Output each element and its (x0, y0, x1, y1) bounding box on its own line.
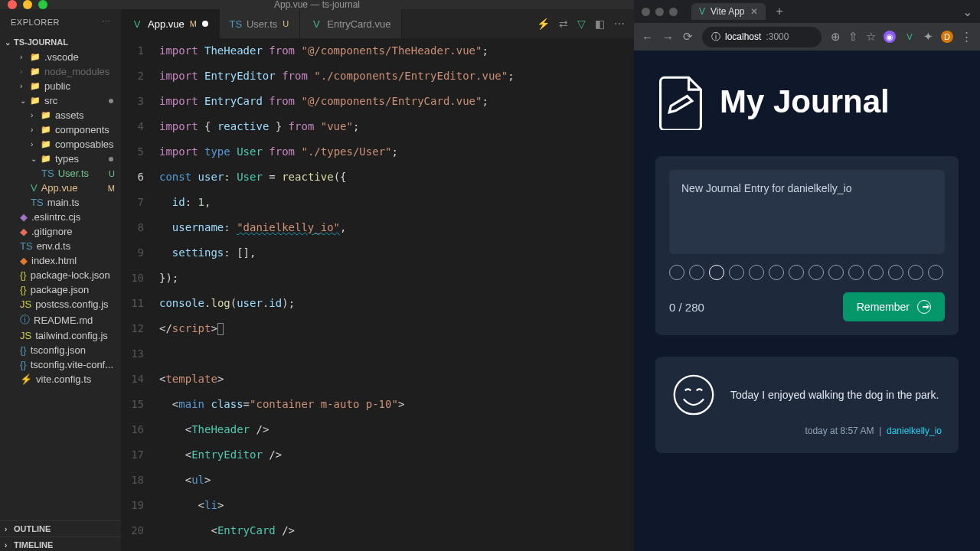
remember-button[interactable]: Remember (843, 292, 945, 321)
file-gitignore[interactable]: ◆.gitignore (0, 224, 121, 239)
emoji-option[interactable] (928, 265, 943, 280)
emoji-option[interactable] (789, 265, 804, 280)
file-tsconfig-vite[interactable]: {}tsconfig.vite-conf... (0, 357, 121, 372)
file-tree: ›📁.vscode ›📁node_modules ›📁public ⌄📁src … (0, 50, 121, 520)
browser-minimize-button[interactable] (655, 8, 664, 16)
file-postcss[interactable]: JSpostcss.config.js (0, 297, 121, 311)
file-tsconfig[interactable]: {}tsconfig.json (0, 343, 121, 357)
emoji-option[interactable] (729, 265, 744, 280)
editor-area: V App.vue M TS User.ts U V EntryCard.vue… (121, 9, 634, 551)
explorer-more-icon[interactable]: ⋯ (102, 17, 111, 27)
file-vite-config[interactable]: ⚡vite.config.ts (0, 372, 121, 386)
minimize-window-button[interactable] (23, 0, 32, 9)
timeline-section[interactable]: ›TIMELINE (0, 536, 121, 551)
browser-titlebar: V Vite App ✕ + ⌄ (634, 0, 980, 23)
file-app-vue[interactable]: VApp.vueM (0, 181, 121, 195)
browser-close-button[interactable] (642, 8, 650, 16)
browser-window: V Vite App ✕ + ⌄ ← → ⟳ ⓘ localhost:3000 … (634, 0, 980, 551)
tab-entrycard-vue[interactable]: V EntryCard.vue (300, 9, 402, 38)
folder-components[interactable]: ›📁components (0, 122, 121, 137)
bookmark-icon[interactable]: ☆ (866, 30, 876, 44)
browser-tab[interactable]: V Vite App ✕ (691, 3, 766, 20)
folder-assets[interactable]: ›📁assets (0, 108, 121, 122)
file-index-html[interactable]: ◆index.html (0, 253, 121, 268)
project-header[interactable]: ⌄ TS-JOURNAL (0, 34, 121, 50)
emoji-option[interactable] (908, 265, 923, 280)
file-package-lock[interactable]: {}package-lock.json (0, 268, 121, 282)
code-editor[interactable]: 123456789101112131415161718192021 import… (121, 38, 634, 551)
more-actions-icon[interactable]: ⋯ (614, 18, 625, 30)
file-eslintrc[interactable]: ◆.eslintrc.cjs (0, 210, 121, 224)
folder-src[interactable]: ⌄📁src (0, 93, 121, 108)
file-readme[interactable]: ⓘREADME.md (0, 311, 121, 328)
file-tailwind[interactable]: JStailwind.config.js (0, 328, 121, 343)
entry-user-link[interactable]: danielkelly_io (887, 425, 942, 436)
window-title: App.vue — ts-journal (274, 0, 360, 10)
explorer-label: EXPLORER (11, 18, 60, 27)
folder-public[interactable]: ›📁public (0, 79, 121, 93)
emoji-picker (669, 265, 945, 280)
char-count: 0 / 280 (669, 301, 704, 314)
new-tab-button[interactable]: + (776, 5, 783, 18)
profile-icon[interactable]: D (941, 31, 953, 43)
tabs-overflow-icon[interactable]: ⌄ (962, 5, 972, 19)
forward-button[interactable]: → (662, 31, 674, 44)
modified-dot-icon (109, 157, 113, 161)
extension-1-icon[interactable]: ◉ (884, 31, 896, 43)
emoji-option[interactable] (749, 265, 764, 280)
browser-toolbar: ← → ⟳ ⓘ localhost:3000 ⊕ ⇧ ☆ ◉ V ✦ D ⋮ (634, 23, 980, 51)
share-icon[interactable]: ⇧ (848, 30, 858, 44)
folder-composables[interactable]: ›📁composables (0, 137, 121, 152)
file-user-ts[interactable]: TSUser.tsU (0, 166, 121, 181)
split-editor-icon[interactable]: ◧ (595, 18, 605, 30)
entry-text: Today I enjoyed walking the dog in the p… (730, 389, 939, 401)
vue-devtools-ext-icon[interactable]: V (903, 31, 916, 43)
emoji-option[interactable] (669, 265, 684, 280)
vscode-titlebar: App.vue — ts-journal (0, 0, 634, 9)
emoji-option[interactable] (808, 265, 824, 280)
editor-actions: ⚡ ⇄ ▽ ◧ ⋯ (537, 9, 634, 38)
file-package-json[interactable]: {}package.json (0, 282, 121, 297)
maximize-window-button[interactable] (38, 0, 47, 9)
emoji-option[interactable] (828, 265, 844, 280)
journal-logo-icon (655, 73, 706, 130)
tab-user-ts[interactable]: TS User.ts U (220, 9, 300, 38)
entry-meta: today at 8:57 AM | danielkelly_io (672, 425, 942, 436)
vite-favicon-icon: V (699, 6, 705, 17)
file-env-d-ts[interactable]: TSenv.d.ts (0, 239, 121, 253)
emoji-option[interactable] (709, 265, 724, 280)
browser-menu-icon[interactable]: ⋮ (961, 30, 972, 44)
browser-maximize-button[interactable] (669, 8, 678, 16)
extension-icons: ⊕ ⇧ ☆ ◉ V ✦ D ⋮ (831, 30, 972, 44)
file-main-ts[interactable]: TSmain.ts (0, 195, 121, 210)
vite-icon[interactable]: ⚡ (537, 18, 550, 30)
entry-textarea[interactable]: New Journal Entry for danielkelly_io (669, 170, 945, 254)
folder-types[interactable]: ⌄📁types (0, 152, 121, 166)
entry-card: Today I enjoyed walking the dog in the p… (655, 357, 959, 453)
explorer-header: EXPLORER ⋯ (0, 9, 121, 34)
happy-emoji-icon (672, 373, 715, 416)
zoom-icon[interactable]: ⊕ (831, 30, 841, 44)
emoji-option[interactable] (848, 265, 864, 280)
close-window-button[interactable] (8, 0, 17, 9)
tab-app-vue[interactable]: V App.vue M (121, 9, 220, 38)
vue-icon: V (132, 18, 142, 29)
url-bar[interactable]: ⓘ localhost:3000 (702, 27, 822, 47)
emoji-option[interactable] (689, 265, 704, 280)
compare-icon[interactable]: ⇄ (559, 18, 568, 30)
emoji-option[interactable] (868, 265, 884, 280)
back-button[interactable]: ← (642, 31, 653, 44)
site-info-icon[interactable]: ⓘ (711, 31, 720, 44)
folder-vscode[interactable]: ›📁.vscode (0, 50, 121, 64)
tab-close-icon[interactable]: ✕ (750, 6, 758, 17)
code-content[interactable]: import TheHeader from "@/components/TheH… (159, 38, 634, 551)
extensions-icon[interactable]: ✦ (923, 30, 933, 44)
emoji-option[interactable] (888, 265, 903, 280)
vue-devtools-icon[interactable]: ▽ (577, 18, 586, 30)
outline-section[interactable]: ›OUTLINE (0, 520, 121, 536)
folder-node-modules[interactable]: ›📁node_modules (0, 64, 121, 79)
tab-bar: V App.vue M TS User.ts U V EntryCard.vue… (121, 9, 634, 38)
emoji-option[interactable] (769, 265, 784, 280)
sidebar: EXPLORER ⋯ ⌄ TS-JOURNAL ›📁.vscode ›📁node… (0, 9, 121, 551)
reload-button[interactable]: ⟳ (683, 30, 693, 44)
